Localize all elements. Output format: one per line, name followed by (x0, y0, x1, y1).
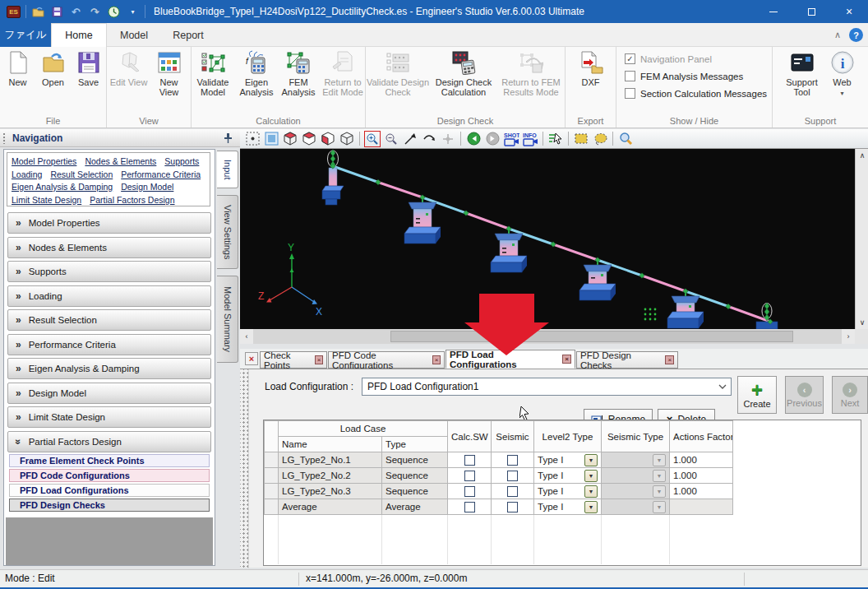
tab-pfd-load-configurations[interactable]: PFD Load Configurations× (446, 350, 575, 369)
rotate-view-icon[interactable] (421, 131, 437, 147)
zoom-extents-icon[interactable] (402, 131, 418, 147)
zoom-out-icon[interactable] (383, 131, 399, 147)
close-button[interactable]: × (830, 0, 868, 23)
cell-type[interactable]: Sequence (382, 452, 448, 468)
level2-dropdown-icon[interactable]: ▼ (584, 501, 598, 513)
web-button[interactable]: i Web▾ (825, 49, 860, 99)
link-nodes-elements[interactable]: Nodes & Elements (85, 156, 156, 166)
redo-icon[interactable]: ↷ (88, 5, 102, 19)
cell-type[interactable]: Average (382, 499, 448, 515)
qat-dropdown-icon[interactable]: ▾ (126, 5, 140, 19)
fit-view-icon[interactable] (263, 131, 279, 147)
level2-dropdown-icon[interactable]: ▼ (584, 454, 598, 466)
side-tab-input[interactable]: Input (217, 151, 238, 188)
level2-dropdown-icon[interactable]: ▼ (584, 470, 598, 482)
view-forward-icon[interactable] (484, 131, 501, 147)
validate-model-button[interactable]: Validate Model (192, 49, 234, 97)
validate-design-check-button[interactable]: Validate Design Check (366, 49, 430, 97)
tab-check-points[interactable]: Check Points× (260, 351, 327, 369)
subitem-pfd-load-configurations[interactable]: PFD Load Configurations (9, 484, 210, 497)
hscroll-thumb[interactable] (390, 331, 793, 342)
section-model-properties[interactable]: »Model Properties (7, 212, 211, 234)
save-button[interactable]: Save (72, 49, 105, 87)
pan-view-icon[interactable] (440, 131, 456, 147)
link-supports[interactable]: Supports (164, 156, 199, 166)
link-eigen-analysis-damping[interactable]: Eigen Analysis & Damping (12, 182, 113, 192)
section-partial-factors-design[interactable]: »Partial Factors Design (7, 431, 211, 452)
side-tab-model-summary[interactable]: Model Summary (217, 276, 238, 363)
validate-quick-icon[interactable] (107, 5, 121, 19)
snapshot-icon[interactable]: SHOT (503, 131, 519, 147)
link-model-properties[interactable]: Model Properties (12, 156, 76, 166)
return-to-edit-mode-button[interactable]: Return to Edit Mode (321, 49, 365, 97)
link-performance-criteria[interactable]: Performance Criteria (121, 169, 201, 179)
cell-actions-factor[interactable] (670, 499, 733, 515)
load-configuration-select[interactable]: PFD Load Configuration1 (362, 378, 732, 396)
section-result-selection[interactable]: »Result Selection (7, 309, 211, 331)
fem-analysis-messages-checkbox[interactable] (625, 71, 635, 81)
calc-sw-checkbox[interactable] (464, 502, 475, 512)
lasso-select-icon[interactable] (592, 131, 608, 147)
fem-analysis-button[interactable]: FEM Analysis (279, 49, 318, 97)
edit-view-button[interactable]: Edit View (110, 49, 148, 97)
link-result-selection[interactable]: Result Selection (50, 169, 113, 179)
design-check-calculation-button[interactable]: Design Check Calculation (432, 49, 495, 97)
tab-home[interactable]: Home (51, 23, 107, 47)
scroll-right-icon[interactable]: › (842, 329, 855, 344)
tab-close-icon[interactable]: × (665, 355, 674, 364)
calc-sw-checkbox[interactable] (464, 471, 475, 481)
new-button[interactable]: New (2, 49, 35, 87)
checkbox-fem-analysis-messages[interactable]: FEM Analysis Messages (616, 67, 772, 85)
zoom-in-icon[interactable] (364, 131, 381, 147)
section-performance-criteria[interactable]: »Performance Criteria (7, 334, 211, 355)
open-button[interactable]: Open (37, 49, 70, 87)
subitem-frame-element-check-points[interactable]: Frame Element Check Points (9, 454, 210, 467)
link-partial-factors-design[interactable]: Partial Factors Design (90, 195, 174, 205)
cell-name[interactable]: Average (279, 499, 382, 515)
cell-actions-factor[interactable]: 1.000 (670, 452, 733, 468)
calc-sw-checkbox[interactable] (464, 455, 475, 466)
splitter-handle[interactable] (240, 369, 249, 568)
seismic-type-dropdown-icon[interactable]: ▼ (653, 470, 666, 482)
level2-dropdown-icon[interactable]: ▼ (584, 485, 598, 498)
open-icon[interactable] (31, 5, 45, 19)
eigen-analysis-button[interactable]: f Eigen Analysis (237, 49, 276, 97)
seismic-checkbox[interactable] (507, 471, 518, 481)
checkbox-section-calculation-messages[interactable]: Section Calculation Messages (616, 85, 772, 102)
tab-model[interactable]: Model (107, 23, 161, 47)
scroll-down-icon[interactable]: ∨ (856, 316, 868, 329)
viewport-vscrollbar[interactable]: ∧ ∨ (855, 149, 868, 329)
select-region-icon[interactable] (244, 131, 261, 147)
return-to-fem-results-mode-button[interactable]: Return to FEM Results Mode (497, 49, 565, 97)
maximize-button[interactable] (792, 0, 830, 23)
top-view-icon[interactable] (301, 131, 317, 147)
scroll-left-icon[interactable]: ‹ (240, 329, 253, 344)
section-eigen-analysis-damping[interactable]: »Eigen Analysis & Damping (7, 358, 211, 379)
seismic-type-dropdown-icon[interactable]: ▼ (653, 485, 666, 498)
collapse-ribbon-icon[interactable]: ∧ (834, 30, 841, 40)
subitem-pfd-design-checks[interactable]: PFD Design Checks (9, 499, 210, 512)
section-loading[interactable]: »Loading (7, 285, 211, 307)
iso-view-icon[interactable] (282, 131, 298, 147)
section-nodes-elements[interactable]: »Nodes & Elements (7, 237, 211, 258)
previous-button[interactable]: ‹ Previous (785, 376, 824, 414)
cell-name[interactable]: LG_Type2_No.1 (279, 452, 382, 468)
seismic-checkbox[interactable] (507, 486, 518, 497)
viewport-hscrollbar[interactable]: ‹ › (240, 329, 855, 344)
seismic-type-dropdown-icon[interactable]: ▼ (653, 501, 666, 513)
find-icon[interactable] (617, 131, 634, 147)
close-pane-button[interactable]: × (245, 352, 258, 365)
wireframe-view-icon[interactable] (339, 131, 355, 147)
scroll-up-icon[interactable]: ∧ (856, 149, 868, 162)
tab-report[interactable]: Report (161, 23, 215, 47)
section-calculation-messages-checkbox[interactable] (625, 88, 635, 99)
seismic-checkbox[interactable] (507, 455, 518, 466)
tab-close-icon[interactable]: × (315, 355, 323, 364)
link-design-model[interactable]: Design Model (121, 182, 173, 192)
tab-file[interactable]: ファイル (0, 23, 51, 47)
navigation-panel-checkbox[interactable]: ✓ (625, 53, 635, 64)
cell-type[interactable]: Sequence (382, 468, 448, 484)
rect-select-icon[interactable] (573, 131, 589, 147)
tab-close-icon[interactable]: × (562, 355, 571, 364)
minimize-button[interactable] (755, 0, 792, 23)
